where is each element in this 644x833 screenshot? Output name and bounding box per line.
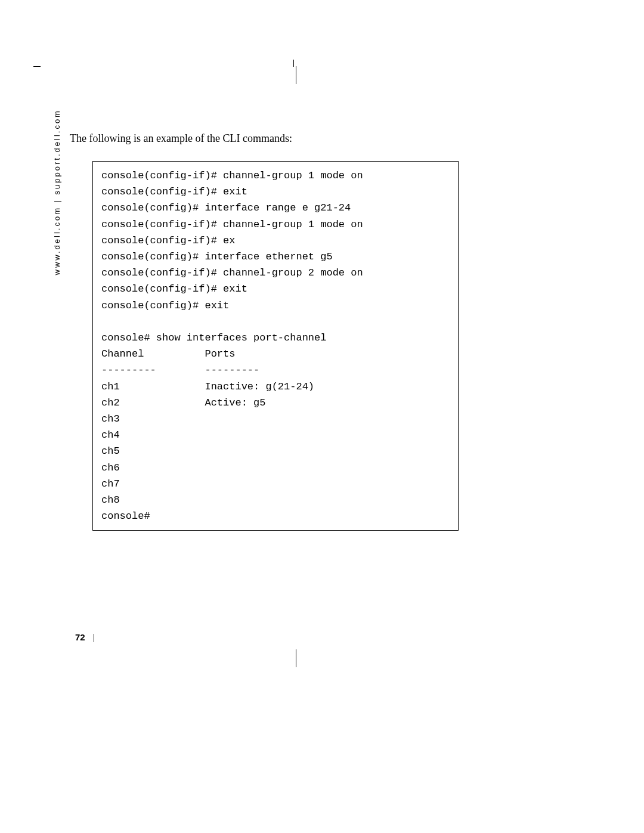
code-line: ch8 (101, 494, 120, 506)
code-line: Channel Ports (101, 348, 235, 360)
code-line: console# show interfaces port-channel (101, 332, 326, 343)
code-line: console(config-if)# channel-group 1 mode… (101, 170, 363, 181)
code-line: console(config-if)# ex (101, 235, 235, 246)
intro-paragraph: The following is an example of the CLI c… (70, 132, 292, 145)
sidebar-url: www.dell.com | support.dell.com (52, 109, 61, 275)
code-line: ch4 (101, 429, 120, 441)
crop-mark (296, 649, 296, 667)
code-line: console(config)# interface range e g21-2… (101, 202, 351, 213)
page-number: 72| (75, 632, 95, 642)
code-line: console# (101, 510, 150, 522)
crop-mark (33, 66, 41, 67)
code-line: console(config-if)# channel-group 1 mode… (101, 219, 363, 230)
code-line: console(config)# interface ethernet g5 (101, 251, 333, 262)
crop-mark (296, 66, 296, 84)
code-line: console(config-if)# exit (101, 283, 247, 295)
page-separator: | (92, 632, 95, 642)
code-line: console(config-if)# exit (101, 186, 247, 197)
code-line: ch5 (101, 445, 120, 457)
code-line: console(config-if)# channel-group 2 mode… (101, 267, 363, 278)
page-number-value: 72 (75, 632, 85, 642)
crop-mark (293, 60, 294, 67)
code-line: --------- --------- (101, 364, 259, 376)
code-line: console(config)# exit (101, 300, 229, 311)
code-line: ch7 (101, 478, 120, 490)
cli-code-block: console(config-if)# channel-group 1 mode… (92, 161, 459, 531)
code-line: ch1 Inactive: g(21-24) (101, 381, 314, 392)
code-line: ch2 Active: g5 (101, 397, 265, 408)
code-line: ch6 (101, 462, 120, 473)
crop-marks-top (33, 66, 644, 84)
code-line: ch3 (101, 413, 120, 425)
